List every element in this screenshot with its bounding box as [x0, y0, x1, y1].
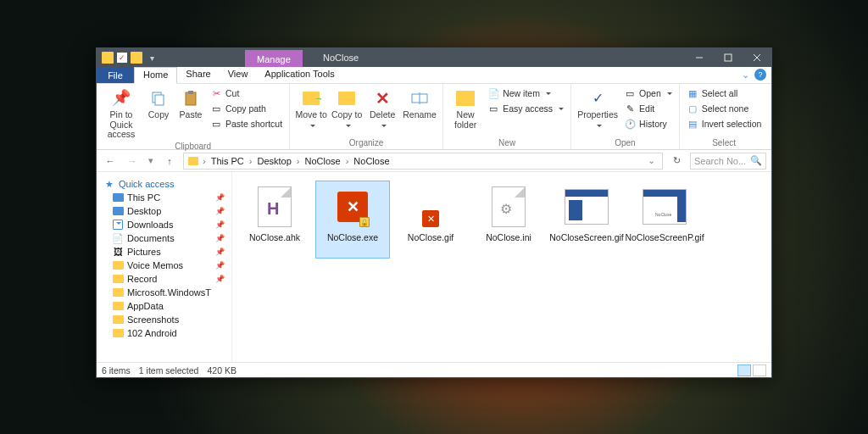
icons-view-button[interactable] [753, 364, 766, 376]
share-tab[interactable]: Share [177, 67, 219, 83]
crumb-thispc[interactable]: This PC [209, 156, 246, 166]
crumb-noclose2[interactable]: NoClose [352, 156, 391, 166]
paste-icon [181, 88, 201, 108]
view-switcher [737, 364, 766, 376]
select-none-button[interactable]: ▢Select none [685, 102, 764, 115]
window-controls [685, 48, 771, 67]
nav-this-pc[interactable]: This PC📌 [100, 191, 228, 204]
minimize-button[interactable] [685, 48, 714, 67]
crumb-desktop[interactable]: Desktop [255, 156, 292, 166]
manage-tab[interactable]: Manage [245, 50, 303, 67]
delete-button[interactable]: ✕ Delete [366, 86, 398, 136]
svg-rect-1 [725, 54, 732, 61]
clipboard-group-label: Clipboard [102, 140, 284, 151]
history-button[interactable]: 🕐History [622, 117, 674, 131]
move-to-button[interactable]: → Move to [295, 86, 327, 136]
cut-button[interactable]: ✂Cut [209, 86, 284, 100]
view-tab[interactable]: View [220, 67, 257, 83]
breadcrumb[interactable]: › This PC › Desktop › NoClose › NoClose … [183, 153, 663, 170]
star-icon: ★ [103, 179, 115, 189]
qat-folder-icon[interactable] [131, 52, 142, 64]
new-folder-button[interactable]: New folder [448, 86, 482, 136]
pin-icon: 📌 [215, 234, 225, 242]
pin-icon: 📌 [215, 193, 225, 202]
select-all-button[interactable]: ▦Select all [685, 86, 764, 100]
recent-dropdown[interactable]: ▾ [146, 153, 156, 170]
file-noclose-exe[interactable]: ✕ 🔒 NoClose.exe [315, 181, 390, 259]
chevron-right-icon[interactable]: › [248, 156, 254, 166]
search-input[interactable]: Search No... 🔍 [690, 153, 766, 170]
refresh-button[interactable]: ↻ [668, 155, 685, 166]
easy-access-icon: ▭ [487, 103, 499, 114]
edit-button[interactable]: ✎Edit [622, 102, 674, 115]
chevron-down-icon[interactable]: ⌄ [742, 70, 749, 81]
pc-icon [112, 192, 124, 203]
invert-selection-button[interactable]: ▤Invert selection [685, 117, 764, 131]
image-thumbnail-icon: NoClose [643, 185, 687, 229]
qat-dropdown-icon[interactable]: ▾ [146, 52, 158, 64]
desktop-icon [112, 206, 124, 216]
file-noclose-ahk[interactable]: H NoClose.ahk [237, 181, 312, 259]
folder-icon [112, 274, 124, 284]
home-tab[interactable]: Home [134, 67, 177, 84]
file-screenshot1[interactable]: NoCloseScreen.gif [549, 181, 624, 259]
shield-overlay-icon: 🔒 [359, 217, 370, 227]
rename-icon [409, 88, 430, 108]
qat-checkbox-icon[interactable]: ✓ [117, 53, 127, 63]
nav-desktop[interactable]: Desktop📌 [100, 204, 228, 218]
help-icon[interactable]: ? [754, 69, 766, 81]
copy-button[interactable]: Copy [144, 86, 173, 140]
chevron-right-icon[interactable]: › [344, 156, 351, 166]
new-item-button[interactable]: 📄New item [486, 86, 565, 100]
maximize-button[interactable] [714, 48, 743, 67]
file-tab[interactable]: File [97, 67, 134, 83]
address-dropdown-icon[interactable]: ⌄ [648, 155, 659, 166]
nav-screenshots[interactable]: Screenshots [100, 313, 228, 326]
rename-button[interactable]: Rename [402, 86, 437, 136]
copy-path-button[interactable]: ▭Copy path [209, 102, 284, 115]
details-view-button[interactable] [737, 364, 751, 376]
svg-rect-7 [188, 91, 193, 94]
file-noclose-ini[interactable]: ⚙ NoClose.ini [471, 181, 546, 259]
move-icon: → [301, 88, 321, 108]
close-button[interactable] [743, 48, 771, 67]
file-noclose-gif[interactable]: ✕ NoClose.gif [393, 181, 468, 259]
copy-to-icon [337, 88, 357, 108]
pin-quick-access-button[interactable]: 📌 Pin to Quick access [102, 86, 141, 140]
pin-icon: 📌 [215, 261, 225, 270]
forward-button[interactable]: → [124, 153, 141, 170]
crumb-noclose1[interactable]: NoClose [303, 156, 342, 166]
paste-button[interactable]: Paste [176, 86, 205, 140]
organize-group-label: Organize [295, 136, 437, 147]
up-button[interactable]: ↑ [161, 153, 178, 170]
copy-to-button[interactable]: Copy to [331, 86, 363, 136]
nav-documents[interactable]: 📄Documents📌 [100, 231, 228, 245]
select-none-icon: ▢ [687, 103, 698, 114]
app-tools-tab[interactable]: Application Tools [256, 67, 342, 83]
nav-android[interactable]: 102 Android [100, 326, 228, 340]
open-group-label: Open [576, 136, 674, 147]
navigation-pane[interactable]: ★Quick access This PC📌 Desktop📌 Download… [97, 172, 232, 362]
properties-button[interactable]: ✓ Properties [576, 86, 619, 136]
file-grid[interactable]: H NoClose.ahk ✕ 🔒 NoClose.exe ✕ NoClose.… [232, 172, 771, 362]
file-screenshot2[interactable]: NoClose NoCloseScreenP.gif [627, 181, 702, 259]
paste-shortcut-button[interactable]: ▭Paste shortcut [209, 117, 284, 131]
address-bar: ← → ▾ ↑ › This PC › Desktop › NoClose › … [97, 150, 771, 172]
back-button[interactable]: ← [102, 153, 119, 170]
chevron-right-icon[interactable]: › [201, 156, 208, 166]
nav-mswin[interactable]: Microsoft.WindowsT [100, 286, 228, 299]
nav-pictures[interactable]: 🖼Pictures📌 [100, 245, 228, 259]
svg-rect-6 [186, 92, 196, 105]
nav-downloads[interactable]: Downloads📌 [100, 218, 228, 231]
new-group-label: New [448, 136, 565, 147]
ribbon: 📌 Pin to Quick access Copy Paste ✂Cut ▭C… [97, 84, 771, 150]
nav-voice-memos[interactable]: Voice Memos📌 [100, 259, 228, 272]
easy-access-button[interactable]: ▭Easy access [486, 102, 565, 115]
chevron-right-icon[interactable]: › [295, 156, 302, 166]
nav-quick-access[interactable]: ★Quick access [100, 177, 228, 191]
nav-record[interactable]: Record📌 [100, 272, 228, 286]
open-button[interactable]: ▭Open [622, 86, 674, 100]
invert-icon: ▤ [687, 118, 698, 130]
qat: ✓ ▾ [97, 52, 158, 64]
nav-appdata[interactable]: AppData [100, 299, 228, 313]
